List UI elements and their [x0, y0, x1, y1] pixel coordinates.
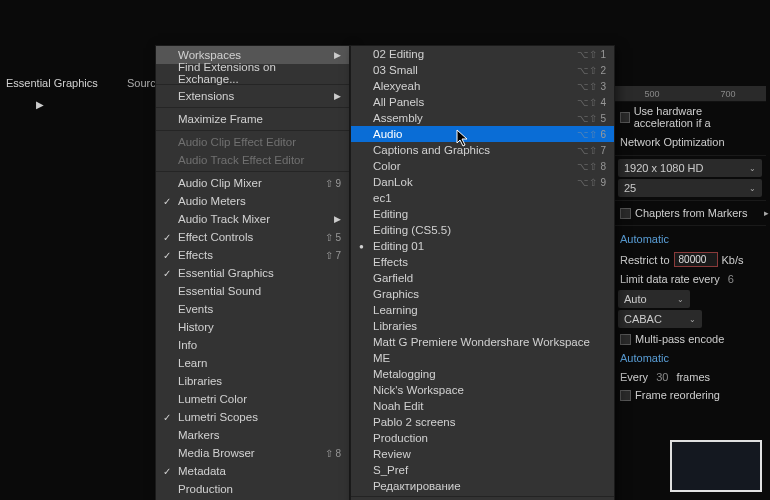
menu-item[interactable]: Media Browser⇧ 8 [156, 444, 349, 462]
menu-item[interactable]: Production [156, 480, 349, 498]
workspace-item[interactable]: 03 Small⌥⇧2 [351, 62, 614, 78]
workspace-item[interactable]: Assembly⌥⇧5 [351, 110, 614, 126]
automatic-link[interactable]: Automatic [614, 229, 766, 249]
reorder-option[interactable]: Frame reordering [614, 386, 766, 404]
menu-item[interactable]: Extensions▶ [156, 87, 349, 105]
menu-item-label: Find Extensions on Exchange... [178, 61, 339, 85]
menu-item[interactable]: Info [156, 336, 349, 354]
check-icon: ✓ [163, 268, 171, 279]
workspace-label: Libraries [373, 320, 417, 332]
menu-item[interactable]: ✓Lumetri Scopes [156, 408, 349, 426]
resolution-dropdown[interactable]: 1920 x 1080 HD⌄ [618, 159, 762, 177]
workspace-item[interactable]: Metalogging [351, 366, 614, 382]
checkbox-icon[interactable] [620, 390, 631, 401]
menu-item[interactable]: ✓Effect Controls⇧ 5 [156, 228, 349, 246]
workspace-item[interactable]: Editing (CS5.5) [351, 222, 614, 238]
workspace-item[interactable]: Pablo 2 screens [351, 414, 614, 430]
every-value[interactable]: 30 [652, 371, 672, 383]
workspace-label: ME [373, 352, 390, 364]
menu-item[interactable]: Audio Track Mixer▶ [156, 210, 349, 228]
check-icon: ✓ [163, 412, 171, 423]
dropdown-value: 25 [624, 182, 636, 194]
menu-item[interactable]: Lumetri Color [156, 390, 349, 408]
hw-accel-label: Use hardware acceleration if a [634, 105, 760, 129]
workspace-label: Audio [373, 128, 402, 140]
menu-item[interactable]: Find Extensions on Exchange... [156, 64, 349, 82]
menu-item[interactable]: ✓Essential Graphics [156, 264, 349, 282]
limit-row: Limit data rate every 6 [614, 270, 766, 288]
limit-value[interactable]: 6 [724, 273, 738, 285]
workspace-label: Matt G Premiere Wondershare Workspace [373, 336, 590, 348]
checkbox-icon[interactable] [620, 334, 631, 345]
shortcut-label: ⇧ 7 [325, 250, 341, 261]
workspace-item[interactable]: DanLok⌥⇧9 [351, 174, 614, 190]
menu-item[interactable]: Events [156, 300, 349, 318]
panel-tab-essential-graphics[interactable]: Essential Graphics [6, 77, 98, 89]
hw-accel-option[interactable]: Use hardware acceleration if a [614, 102, 766, 132]
workspace-item[interactable]: Alexyeah⌥⇧3 [351, 78, 614, 94]
menu-item-label: Effects [178, 249, 213, 261]
workspace-label: ec1 [373, 192, 392, 204]
multipass-label: Multi-pass encode [635, 333, 724, 345]
ruler-mark: 700 [720, 89, 735, 99]
workspace-item[interactable]: Редактирование [351, 478, 614, 494]
menu-item[interactable]: Markers [156, 426, 349, 444]
submenu-arrow-icon: ▶ [334, 214, 341, 224]
workspace-item[interactable]: Captions and Graphics⌥⇧7 [351, 142, 614, 158]
workspace-item[interactable]: S_Pref [351, 462, 614, 478]
workspace-item[interactable]: Audio⌥⇧6 [351, 126, 614, 142]
workspace-item[interactable]: Graphics [351, 286, 614, 302]
fps-dropdown[interactable]: 25⌄ [618, 179, 762, 197]
workspace-item[interactable]: Libraries [351, 318, 614, 334]
workspace-label: 02 Editing [373, 48, 424, 60]
workspace-item[interactable]: Nick's Workspace [351, 382, 614, 398]
frames-label: frames [676, 371, 710, 383]
workspace-item[interactable]: ●Editing 01 [351, 238, 614, 254]
workspace-item[interactable]: Garfield [351, 270, 614, 286]
workspace-label: Editing 01 [373, 240, 424, 252]
cabac-dropdown[interactable]: CABAC⌄ [618, 310, 702, 328]
workspace-item[interactable]: ME [351, 350, 614, 366]
workspace-item[interactable]: Learning [351, 302, 614, 318]
workspace-item[interactable]: ec1 [351, 190, 614, 206]
checkbox-icon[interactable] [620, 112, 630, 123]
chevron-down-icon: ⌄ [677, 295, 684, 304]
menu-item-label: Lumetri Color [178, 393, 247, 405]
workspace-item[interactable]: All Panels⌥⇧4 [351, 94, 614, 110]
workspace-item[interactable]: Editing [351, 206, 614, 222]
workspace-item[interactable]: Matt G Premiere Wondershare Workspace [351, 334, 614, 350]
disclosure-triangle-icon[interactable]: ▶ [36, 99, 44, 110]
checkbox-icon[interactable] [620, 208, 631, 219]
workspace-label: Assembly [373, 112, 423, 124]
menu-item[interactable]: Learn [156, 354, 349, 372]
preview-thumbnail[interactable] [670, 440, 762, 492]
menu-item[interactable]: ✓Effects⇧ 7 [156, 246, 349, 264]
workspace-label: Редактирование [373, 480, 461, 492]
shortcut-label: ⌥⇧1 [577, 49, 606, 60]
automatic-link-2[interactable]: Automatic [614, 348, 766, 368]
workspace-item[interactable]: Review [351, 446, 614, 462]
menu-item[interactable]: ✓Audio Meters [156, 192, 349, 210]
bitrate-input[interactable]: 80000 [674, 252, 718, 267]
chapters-option[interactable]: Chapters from Markers▸ [614, 204, 766, 222]
workspace-item[interactable]: Color⌥⇧8 [351, 158, 614, 174]
menu-item[interactable]: Audio Clip Mixer⇧ 9 [156, 174, 349, 192]
workspace-label: S_Pref [373, 464, 408, 476]
menu-item[interactable]: Maximize Frame [156, 110, 349, 128]
workspace-item[interactable]: 02 Editing⌥⇧1 [351, 46, 614, 62]
menu-item[interactable]: ✓Metadata [156, 462, 349, 480]
workspace-label: Pablo 2 screens [373, 416, 455, 428]
multipass-option[interactable]: Multi-pass encode [614, 330, 766, 348]
timeline-ruler[interactable]: 500 700 [614, 86, 766, 102]
workspace-item[interactable]: Noah Edit [351, 398, 614, 414]
shortcut-label: ⌥⇧4 [577, 97, 606, 108]
workspaces-submenu: 02 Editing⌥⇧103 Small⌥⇧2Alexyeah⌥⇧3All P… [350, 45, 615, 500]
submenu-arrow-icon: ▶ [334, 50, 341, 60]
workspace-item[interactable]: Effects [351, 254, 614, 270]
workspace-item[interactable]: Production [351, 430, 614, 446]
menu-item[interactable]: Essential Sound [156, 282, 349, 300]
menu-item-label: Metadata [178, 465, 226, 477]
menu-item[interactable]: History [156, 318, 349, 336]
menu-item[interactable]: Libraries [156, 372, 349, 390]
auto-dropdown[interactable]: Auto⌄ [618, 290, 690, 308]
